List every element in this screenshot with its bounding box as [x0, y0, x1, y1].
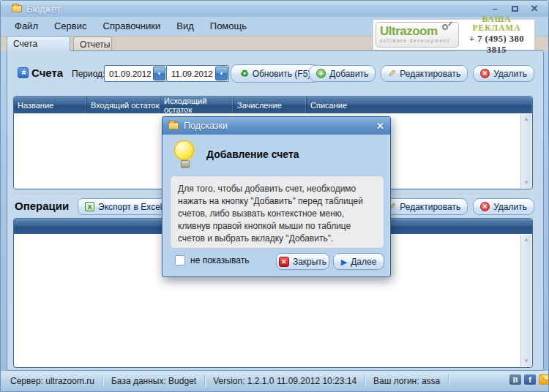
delete-label: Удалить — [493, 69, 527, 79]
magnifier-icon — [442, 24, 448, 30]
collapse-section-icon[interactable] — [18, 67, 29, 78]
tab-reports[interactable]: Отчеты — [73, 37, 112, 51]
column-header-name[interactable]: Название — [14, 97, 87, 113]
scroll-down-icon[interactable]: ▼ — [521, 178, 531, 188]
maximize-icon — [512, 6, 518, 12]
maximize-button[interactable] — [508, 3, 521, 14]
window-title: Бюджет — [26, 4, 61, 15]
arrow-right-icon — [341, 257, 347, 267]
menu-file[interactable]: Файл — [7, 19, 46, 34]
accounts-table-header: Название Входящий остаток Исходящий оста… — [14, 97, 532, 113]
dialog-body-text: Для того, чтобы добавить счет, необходим… — [170, 176, 384, 249]
status-separator — [448, 375, 449, 387]
chevron-down-icon[interactable] — [215, 67, 228, 80]
statusbar: Сервер: ultrazoom.ru База данных: Budget… — [1, 370, 548, 391]
app-window: Бюджет – ✕ Файл Сервис Справочники Вид П… — [0, 0, 549, 392]
logo-subtext: software development — [380, 38, 458, 43]
dialog-title: Подсказки — [184, 121, 371, 131]
menu-help[interactable]: Помощь — [202, 19, 255, 34]
dialog-titlebar[interactable]: Подсказки — [163, 117, 390, 135]
dialog-next-button[interactable]: Далее — [333, 253, 384, 270]
ad-headline: ВАША РЕКЛАМА — [459, 15, 534, 32]
column-header-closing-balance[interactable]: Исходящий остаток — [160, 97, 234, 113]
edit-label: Редактировать — [400, 202, 460, 212]
refresh-icon — [240, 68, 249, 79]
status-separator — [365, 375, 365, 387]
accounts-section-title: Счета — [31, 67, 63, 79]
accounts-add-button[interactable]: Добавить — [309, 65, 376, 82]
next-label: Далее — [351, 257, 376, 267]
dialog-footer: не показывать Закрыть Далее — [163, 253, 390, 272]
minimize-button[interactable]: – — [488, 3, 501, 14]
accounts-delete-button[interactable]: Удалить — [473, 65, 534, 82]
date-to-combo[interactable]: 11.09.2012 — [166, 65, 229, 82]
dialog-heading: Добавление счета — [206, 148, 299, 160]
status-version: Version: 1.2.1.0 11.09.2012 10:23:14 — [213, 376, 356, 386]
operations-delete-button[interactable]: Удалить — [473, 198, 534, 215]
dont-show-label: не показывать — [190, 255, 249, 265]
dialog-close-button[interactable]: Закрыть — [276, 253, 329, 270]
export-excel-button[interactable]: Экспорт в Excel — [78, 198, 169, 215]
dialog-close-icon[interactable] — [376, 121, 384, 132]
plus-icon — [316, 69, 326, 78]
export-label: Экспорт в Excel — [98, 202, 162, 212]
ad-banner[interactable]: Ultrazoom software development ВАША РЕКЛ… — [373, 19, 535, 50]
column-header-credit[interactable]: Зачисление — [234, 97, 307, 113]
close-x-icon — [279, 257, 289, 267]
vk-icon[interactable]: B — [509, 374, 521, 385]
tab-accounts[interactable]: Счета — [7, 36, 70, 51]
status-separator — [204, 375, 205, 387]
lightbulb-icon — [174, 140, 194, 160]
ultrazoom-logo: Ultrazoom software development — [376, 22, 459, 48]
delete-icon — [480, 69, 490, 78]
dont-show-checkbox[interactable] — [175, 255, 185, 265]
ad-phone: + 7 (495) 380 3815 — [459, 34, 534, 56]
period-label: Период: — [72, 69, 105, 79]
facebook-icon[interactable]: f — [524, 374, 536, 385]
app-folder-icon — [12, 5, 22, 12]
scroll-down-icon[interactable]: ▼ — [521, 356, 531, 366]
refresh-label: Обновить (F5) — [253, 69, 311, 79]
tips-folder-icon — [168, 122, 179, 129]
tips-dialog: Подсказки Добавление счета Для того, что… — [162, 116, 391, 277]
scroll-up-icon[interactable]: ▲ — [521, 114, 531, 124]
column-header-opening-balance[interactable]: Входящий остаток — [87, 97, 160, 113]
delete-label: Удалить — [493, 202, 527, 212]
status-server: Сервер: ultrazoom.ru — [10, 376, 94, 386]
close-label: Закрыть — [293, 257, 326, 267]
status-separator — [102, 375, 103, 387]
chevron-down-icon[interactable] — [153, 67, 165, 80]
operations-table-scrollbar[interactable]: ▲ ▼ — [520, 235, 531, 366]
excel-icon — [85, 202, 94, 211]
scroll-up-icon[interactable]: ▲ — [521, 235, 531, 245]
mail-icon[interactable] — [539, 374, 548, 385]
operations-section-title: Операции — [15, 200, 69, 212]
delete-icon — [480, 202, 490, 211]
refresh-button[interactable]: Обновить (F5) — [231, 64, 320, 83]
menu-directories[interactable]: Справочники — [95, 19, 169, 34]
add-label: Добавить — [329, 69, 368, 79]
close-button[interactable]: ✕ — [528, 3, 541, 14]
status-login: Ваш логин: assa — [373, 376, 440, 386]
date-from-combo[interactable]: 01.09.2012 — [104, 65, 167, 82]
status-database: База данных: Budget — [111, 376, 196, 386]
pencil-icon — [388, 68, 396, 79]
accounts-edit-button[interactable]: Редактировать — [381, 65, 468, 82]
column-header-debit[interactable]: Списание — [307, 97, 532, 113]
date-from-value: 01.09.2012 — [105, 69, 153, 78]
accounts-table-scrollbar[interactable]: ▲ ▼ — [520, 114, 531, 188]
menu-service[interactable]: Сервис — [46, 19, 95, 34]
date-to-value: 11.09.2012 — [167, 69, 215, 78]
menubar: Файл Сервис Справочники Вид Помощь — [7, 19, 255, 34]
edit-label: Редактировать — [400, 69, 460, 79]
menu-view[interactable]: Вид — [168, 19, 202, 34]
operations-edit-button[interactable]: Редактировать — [381, 198, 468, 215]
